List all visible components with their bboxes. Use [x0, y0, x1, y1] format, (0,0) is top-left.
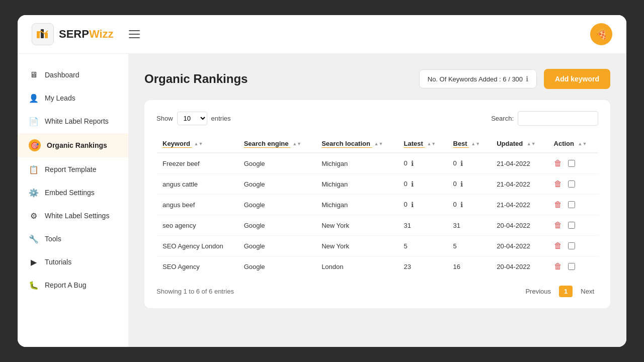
sort-search-engine[interactable]: ▲▼ — [292, 142, 301, 147]
hamburger-menu[interactable] — [129, 30, 140, 38]
row-checkbox-2[interactable] — [568, 201, 575, 208]
table-row: angus cattle Google Michigan 0 ℹ 0 ℹ 21-… — [156, 174, 598, 195]
entries-label: entries — [211, 115, 231, 122]
latest-info-btn-2[interactable]: ℹ — [411, 201, 414, 209]
delete-btn-1[interactable]: 🗑 — [554, 179, 562, 189]
pagination-previous[interactable]: Previous — [521, 286, 555, 297]
logo-area: SERPWizz — [32, 23, 140, 45]
delete-btn-4[interactable]: 🗑 — [554, 241, 562, 250]
content-header: Organic Rankings No. Of Keywords Added :… — [144, 69, 610, 89]
logo-accent: Wizz — [89, 28, 114, 40]
cell-location-3: New York — [315, 215, 397, 236]
table-row: SEO Agency London Google New York 5 5 20… — [156, 236, 598, 256]
sidebar-item-white-label-settings[interactable]: ⚙ White Label Settings — [18, 205, 128, 227]
table-row: SEO Agency Google London 23 16 20-04-202… — [156, 256, 598, 277]
cell-engine-0: Google — [238, 153, 316, 174]
row-checkbox-4[interactable] — [568, 242, 575, 249]
cell-latest-4: 5 — [398, 236, 447, 256]
sort-updated[interactable]: ▲▼ — [527, 142, 536, 147]
col-latest: Latest ▲▼ — [398, 135, 447, 153]
col-latest-label: Latest — [404, 140, 423, 147]
cell-updated-3: 20-04-2022 — [491, 215, 547, 236]
cell-best-1: 0 ℹ — [447, 174, 491, 195]
sidebar-label-report-a-bug: Report A Bug — [45, 281, 87, 289]
cell-location-0: Michigan — [315, 153, 397, 174]
cell-keyword-1: angus cattle — [156, 174, 238, 195]
keywords-table: Keyword ▲▼ Search engine ▲▼ Search locat… — [156, 135, 598, 277]
delete-btn-3[interactable]: 🗑 — [554, 221, 562, 230]
row-checkbox-1[interactable] — [568, 180, 575, 188]
table-row: seo agency Google New York 31 31 20-04-2… — [156, 215, 598, 236]
sidebar-label-white-label-reports: White Label Reports — [45, 117, 109, 125]
sort-action[interactable]: ▲▼ — [578, 142, 587, 147]
sidebar-item-report-a-bug[interactable]: 🐛 Report A Bug — [18, 274, 128, 296]
sidebar-item-embed-settings[interactable]: ⚙️ Embed Settings — [18, 182, 128, 204]
cell-location-4: New York — [315, 236, 397, 256]
content-area: Organic Rankings No. Of Keywords Added :… — [128, 54, 626, 347]
cell-latest-2: 0 ℹ — [398, 195, 447, 215]
col-search-engine: Search engine ▲▼ — [238, 135, 316, 153]
sidebar-item-white-label-reports[interactable]: 📄 White Label Reports — [18, 110, 128, 132]
reports-icon: 📄 — [29, 116, 39, 126]
sort-keyword[interactable]: ▲▼ — [194, 142, 203, 147]
latest-info-btn-1[interactable]: ℹ — [411, 180, 414, 188]
template-icon: 📋 — [29, 164, 39, 174]
delete-btn-5[interactable]: 🗑 — [554, 262, 562, 271]
cell-best-2: 0 ℹ — [447, 195, 491, 215]
cell-location-1: Michigan — [315, 174, 397, 195]
sidebar-label-tutorials: Tutorials — [45, 258, 71, 266]
sidebar-item-organic-rankings[interactable]: 🎯 Organic Rankings — [18, 133, 128, 157]
sidebar-label-organic-rankings: Organic Rankings — [47, 141, 107, 149]
keywords-info-icon[interactable]: ℹ — [526, 75, 528, 83]
search-input[interactable] — [518, 111, 598, 126]
sort-latest[interactable]: ▲▼ — [427, 142, 436, 147]
col-updated-label: Updated — [497, 140, 523, 147]
cell-best-0: 0 ℹ — [447, 153, 491, 174]
cell-latest-5: 23 — [398, 256, 447, 277]
sidebar-item-tools[interactable]: 🔧 Tools — [18, 228, 128, 250]
best-info-btn-0[interactable]: ℹ — [460, 159, 463, 167]
action-cell-0: 🗑 — [554, 159, 592, 168]
sidebar: 🖥 Dashboard 👤 My Leads 📄 White Label Rep… — [18, 54, 128, 347]
cell-best-4: 5 — [447, 236, 491, 256]
sort-best[interactable]: ▲▼ — [471, 142, 480, 147]
pagination-page-1[interactable]: 1 — [559, 286, 573, 297]
sidebar-label-white-label-settings: White Label Settings — [45, 212, 109, 220]
sidebar-label-tools: Tools — [45, 235, 61, 243]
latest-info-btn-0[interactable]: ℹ — [411, 159, 414, 167]
cell-latest-3: 31 — [398, 215, 447, 236]
row-checkbox-3[interactable] — [568, 222, 575, 229]
best-info-btn-2[interactable]: ℹ — [460, 201, 463, 209]
row-checkbox-5[interactable] — [568, 263, 575, 270]
delete-btn-2[interactable]: 🗑 — [554, 200, 562, 209]
cell-keyword-5: SEO Agency — [156, 256, 238, 277]
col-search-location-label: Search location — [321, 140, 370, 147]
col-search-engine-label: Search engine — [244, 140, 289, 147]
app-container: SERPWizz 🍕 🖥 Dashboard 👤 My Leads — [18, 15, 626, 347]
search-label: Search: — [491, 115, 514, 122]
avatar[interactable]: 🍕 — [590, 23, 612, 45]
cell-updated-4: 20-04-2022 — [491, 236, 547, 256]
cell-engine-1: Google — [238, 174, 316, 195]
sidebar-item-tutorials[interactable]: ▶ Tutorials — [18, 251, 128, 273]
delete-btn-0[interactable]: 🗑 — [554, 159, 562, 168]
sidebar-item-my-leads[interactable]: 👤 My Leads — [18, 87, 128, 109]
col-updated: Updated ▲▼ — [491, 135, 547, 153]
search-area: Search: — [491, 111, 598, 126]
entries-select[interactable]: 10 25 50 100 — [177, 112, 207, 125]
show-entries: Show 10 25 50 100 entries — [156, 112, 231, 125]
sort-search-location[interactable]: ▲▼ — [374, 142, 383, 147]
cell-best-3: 31 — [447, 215, 491, 236]
table-header-row: Keyword ▲▼ Search engine ▲▼ Search locat… — [156, 135, 598, 153]
cell-action-1: 🗑 — [548, 174, 598, 195]
svg-rect-1 — [41, 29, 44, 38]
add-keyword-button[interactable]: Add keyword — [544, 69, 610, 89]
best-info-btn-1[interactable]: ℹ — [460, 180, 463, 188]
sidebar-label-report-template: Report Template — [45, 165, 96, 173]
row-checkbox-0[interactable] — [568, 160, 575, 167]
sidebar-label-embed-settings: Embed Settings — [45, 189, 95, 197]
sidebar-item-report-template[interactable]: 📋 Report Template — [18, 158, 128, 180]
col-action: Action ▲▼ — [548, 135, 598, 153]
sidebar-item-dashboard[interactable]: 🖥 Dashboard — [18, 64, 128, 86]
pagination-next[interactable]: Next — [577, 286, 598, 297]
